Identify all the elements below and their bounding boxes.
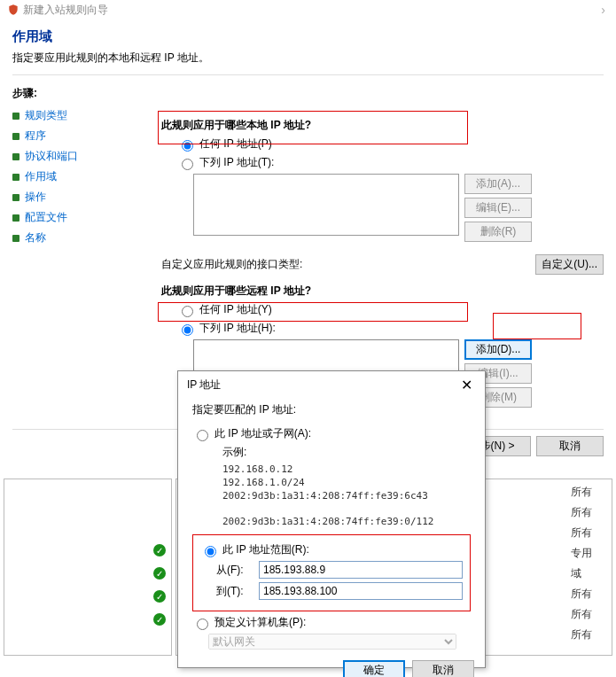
remove-local-button[interactable]: 删除(R) <box>464 222 532 242</box>
grid-cell: 所有 <box>571 607 606 622</box>
to-label: 到(T): <box>216 584 253 599</box>
radio-remote-any[interactable] <box>182 306 193 317</box>
radio-ip-range[interactable] <box>205 546 216 557</box>
steps-sidebar: 步骤: 规则类型 程序 协议和端口 作用域 操作 配置文件 名称 <box>12 86 145 408</box>
radio-ip-subnet[interactable] <box>197 430 208 441</box>
radio-remote-these-label: 下列 IP 地址(H): <box>199 321 276 336</box>
step-label: 名称 <box>25 230 46 245</box>
remote-group-label: 此规则应用于哪些远程 IP 地址? <box>161 284 604 299</box>
step-rule-type[interactable]: 规则类型 <box>12 108 145 123</box>
dialog-subtitle: 指定要匹配的 IP 地址: <box>192 402 471 417</box>
step-program[interactable]: 程序 <box>12 128 145 144</box>
grid-cell: 专用 <box>571 546 606 561</box>
from-label: 从(F): <box>216 563 253 578</box>
page-header: 作用域 指定要应用此规则的本地和远程 IP 地址。 <box>0 19 616 86</box>
dialog-title: IP 地址 <box>187 377 221 393</box>
bullet-icon <box>12 113 19 120</box>
radio-local-any-label: 任何 IP 地址(P) <box>199 136 272 152</box>
radio-predefined-set[interactable] <box>197 619 208 630</box>
ip-address-dialog: IP 地址 ✕ 指定要匹配的 IP 地址: 此 IP 地址或子网(A): 示例:… <box>177 370 486 668</box>
grid-cell: 所有 <box>571 505 606 520</box>
bullet-icon <box>12 153 19 160</box>
step-protocol-ports[interactable]: 协议和端口 <box>12 149 145 164</box>
bullet-icon <box>12 214 19 222</box>
radio-remote-these[interactable] <box>182 324 193 336</box>
ok-button[interactable]: 确定 <box>343 660 405 677</box>
radio-remote-any-label: 任何 IP 地址(Y) <box>199 302 272 317</box>
shield-icon <box>7 4 19 16</box>
step-label: 协议和端口 <box>25 149 78 164</box>
check-icon: ✓ <box>153 567 166 580</box>
add-remote-button[interactable]: 添加(D)... <box>464 339 532 360</box>
grid-cell: 所有 <box>571 587 606 602</box>
radio-ip-range-label: 此 IP 地址范围(R): <box>222 542 309 557</box>
grid-cell: 所有 <box>571 525 606 541</box>
chevron-right-icon: › <box>597 3 609 17</box>
radio-predefined-set-label: 预定义计算机集(P): <box>214 615 306 630</box>
example-label: 示例: <box>222 446 246 458</box>
page-title: 作用域 <box>12 28 604 45</box>
divider <box>12 74 604 75</box>
main-panel: 此规则应用于哪些本地 IP 地址? 任何 IP 地址(P) 下列 IP 地址(T… <box>161 86 604 408</box>
grid-left-panel: ✓ ✓ ✓ ✓ <box>4 479 172 656</box>
bullet-icon <box>12 133 19 140</box>
customize-interface-button[interactable]: 自定义(U)... <box>535 254 604 275</box>
step-label: 规则类型 <box>25 108 67 123</box>
step-profile[interactable]: 配置文件 <box>12 210 145 225</box>
steps-label: 步骤: <box>12 86 145 101</box>
check-icon: ✓ <box>153 544 166 556</box>
bullet-icon <box>12 194 19 201</box>
bullet-icon <box>12 235 19 242</box>
step-label: 操作 <box>25 190 46 205</box>
example-text: 192.168.0.12 192.168.1.0/24 2002:9d3b:1a… <box>222 463 471 529</box>
edit-local-button[interactable]: 编辑(E)... <box>464 198 532 218</box>
grid-cell: 所有 <box>571 485 606 500</box>
step-label: 程序 <box>25 128 46 144</box>
grid-cell: 所有 <box>571 627 606 642</box>
add-local-button[interactable]: 添加(A)... <box>464 174 532 194</box>
radio-local-these[interactable] <box>182 159 193 170</box>
local-group-label: 此规则应用于哪些本地 IP 地址? <box>161 118 604 133</box>
grid-cell: 域 <box>571 566 606 581</box>
radio-local-any[interactable] <box>182 140 193 152</box>
check-icon: ✓ <box>153 613 166 626</box>
check-icon: ✓ <box>153 590 166 603</box>
local-ip-listbox[interactable] <box>193 174 459 236</box>
step-label: 配置文件 <box>25 210 67 225</box>
window-titlebar: 新建入站规则向导 › <box>0 0 616 19</box>
step-name[interactable]: 名称 <box>12 230 145 245</box>
from-ip-input[interactable] <box>259 561 463 579</box>
step-action[interactable]: 操作 <box>12 190 145 205</box>
page-subtitle: 指定要应用此规则的本地和远程 IP 地址。 <box>12 51 604 66</box>
window-title: 新建入站规则向导 <box>23 3 108 18</box>
close-icon[interactable]: ✕ <box>457 377 476 393</box>
radio-local-these-label: 下列 IP 地址(T): <box>199 155 274 170</box>
bullet-icon <box>12 174 19 181</box>
highlight-box: 此 IP 地址范围(R): 从(F): 到(T): <box>192 534 471 611</box>
to-ip-input[interactable] <box>259 582 463 600</box>
step-label: 作用域 <box>25 169 57 184</box>
predefined-set-select[interactable]: 默认网关 <box>208 634 456 650</box>
step-scope[interactable]: 作用域 <box>12 169 145 184</box>
interface-label: 自定义应用此规则的接口类型: <box>161 257 302 272</box>
radio-ip-subnet-label: 此 IP 地址或子网(A): <box>214 426 311 441</box>
dialog-cancel-button[interactable]: 取消 <box>412 660 474 677</box>
cancel-button[interactable]: 取消 <box>536 436 604 456</box>
